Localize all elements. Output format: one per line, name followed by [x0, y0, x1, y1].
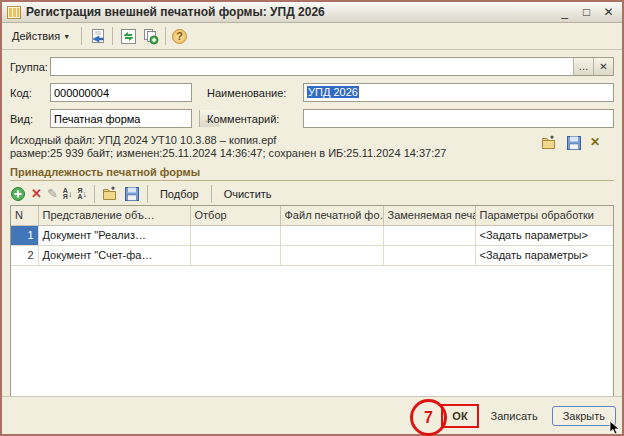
copy-plus-icon — [142, 28, 159, 45]
sort-desc-arrow-icon: ↓ — [82, 189, 87, 199]
toolbar-separator — [147, 185, 148, 203]
params-cell[interactable]: <Задать параметры> — [475, 245, 614, 265]
refresh-icon — [120, 28, 137, 45]
row-number-cell[interactable]: 1 — [11, 225, 38, 245]
ok-button[interactable]: ОК — [444, 407, 475, 425]
chevron-down-icon: ▼ — [63, 33, 70, 40]
toolbar-separator — [81, 27, 82, 45]
kind-input[interactable] — [51, 110, 199, 127]
table-row[interactable]: 1 Документ "Реализ… <Задать параметры> — [11, 225, 614, 245]
row-number-cell[interactable]: 2 — [11, 245, 38, 265]
col-header-n[interactable]: N — [11, 206, 38, 225]
maximize-button[interactable]: □ — [578, 3, 595, 21]
pick-button[interactable]: Подбор — [155, 186, 204, 202]
minimize-button[interactable]: _ — [556, 3, 573, 21]
group-label: Группа: — [10, 61, 50, 73]
section-title: Принадлежность печатной формы — [10, 166, 614, 178]
file-info-line2: размер:25 939 байт; изменен:25.11.2024 1… — [10, 147, 541, 160]
save-rows-icon[interactable] — [124, 186, 140, 202]
toolbar-separator — [165, 27, 166, 45]
write-button[interactable]: Записать — [483, 407, 546, 425]
group-field: … ✕ — [50, 57, 614, 76]
code-label: Код: — [10, 87, 50, 99]
file-info: Исходный файл: УПД 2024 УТ10 10.3.88 – к… — [2, 130, 622, 160]
close-button[interactable]: ✕ — [600, 3, 617, 21]
replaced-cell[interactable] — [383, 225, 475, 245]
copy-new-button[interactable] — [141, 27, 159, 45]
col-header-file[interactable]: Файл печатной фо… — [280, 206, 383, 225]
reread-form-button[interactable] — [88, 27, 106, 45]
file-info-buttons: ✕ — [541, 134, 600, 160]
table-toolbar: ✕ ✎ А Я ↓ Я А ↓ Подбор — [2, 181, 622, 205]
sort-descending-button[interactable]: Я А ↓ — [77, 188, 87, 200]
clear-file-icon[interactable]: ✕ — [590, 135, 600, 149]
delete-row-icon[interactable]: ✕ — [31, 186, 42, 201]
load-file-folder-icon[interactable] — [541, 135, 558, 151]
help-icon[interactable]: ? — [172, 29, 187, 44]
toolbar-separator — [94, 185, 95, 203]
col-header-filter[interactable]: Отбор — [190, 206, 280, 225]
group-input[interactable] — [51, 58, 573, 75]
replaced-cell[interactable] — [383, 245, 475, 265]
sort-asc-arrow-icon: ↓ — [68, 189, 73, 199]
filter-cell[interactable] — [190, 245, 280, 265]
ownership-table[interactable]: N Представление объ… Отбор Файл печатной… — [10, 205, 614, 397]
code-name-row: Код: Наименование: УПД 2026 — [2, 83, 622, 102]
col-header-replaced[interactable]: Заменяемая печатн… — [383, 206, 475, 225]
kind-comment-row: Вид: … Комментарий: — [2, 109, 622, 128]
window-title: Регистрация внешней печатной формы: УПД … — [26, 5, 551, 19]
clear-list-button[interactable]: Очистить — [219, 186, 277, 202]
annotation-circle-7: 7 — [410, 399, 447, 436]
dialog-window: Регистрация внешней печатной формы: УПД … — [0, 0, 624, 436]
add-row-icon[interactable] — [10, 186, 26, 202]
code-input[interactable] — [50, 83, 192, 102]
group-clear-button[interactable]: ✕ — [593, 58, 613, 75]
filter-cell[interactable] — [190, 225, 280, 245]
refresh-button[interactable] — [119, 27, 137, 45]
name-field[interactable]: УПД 2026 — [303, 83, 614, 102]
reread-icon — [89, 28, 106, 45]
actions-menu-button[interactable]: Действия ▼ — [7, 27, 75, 45]
toolbar-separator — [112, 27, 113, 45]
representation-cell[interactable]: Документ "Реализ… — [38, 225, 190, 245]
actions-label: Действия — [12, 30, 60, 42]
kind-field: … — [50, 109, 192, 128]
group-ellipsis-button[interactable]: … — [573, 58, 593, 75]
save-to-file-icon[interactable] — [566, 135, 582, 151]
edit-row-icon[interactable]: ✎ — [47, 186, 58, 201]
form-grid-icon — [7, 6, 21, 19]
representation-cell[interactable]: Документ "Счет-фа… — [38, 245, 190, 265]
kind-label: Вид: — [10, 113, 50, 125]
mouse-cursor-icon — [609, 420, 621, 436]
toolbar-separator — [211, 185, 212, 203]
name-selected-text: УПД 2026 — [307, 86, 359, 98]
group-row: Группа: … ✕ — [2, 57, 622, 76]
title-bar: Регистрация внешней печатной формы: УПД … — [2, 2, 622, 23]
ownership-section-header: Принадлежность печатной формы — [10, 166, 614, 181]
load-rows-folder-icon[interactable] — [102, 186, 119, 202]
main-toolbar: Действия ▼ — [2, 23, 622, 50]
file-cell[interactable] — [280, 225, 383, 245]
bottom-button-bar: 7 ОК Записать Закрыть — [2, 396, 622, 434]
file-info-text: Исходный файл: УПД 2024 УТ10 10.3.88 – к… — [10, 134, 541, 160]
col-header-representation[interactable]: Представление объ… — [38, 206, 190, 225]
table-header-row: N Представление объ… Отбор Файл печатной… — [11, 206, 614, 225]
params-cell[interactable]: <Задать параметры> — [475, 225, 614, 245]
table-row[interactable]: 2 Документ "Счет-фа… <Задать параметры> — [11, 245, 614, 265]
col-header-params[interactable]: Параметры обработки — [475, 206, 614, 225]
comment-label: Комментарий: — [207, 113, 299, 125]
file-cell[interactable] — [280, 245, 383, 265]
sort-ascending-button[interactable]: А Я ↓ — [63, 188, 73, 200]
close-form-button[interactable]: Закрыть — [552, 406, 616, 426]
comment-input[interactable] — [303, 109, 614, 128]
name-label: Наименование: — [207, 87, 299, 99]
file-info-line1: Исходный файл: УПД 2024 УТ10 10.3.88 – к… — [10, 134, 541, 147]
